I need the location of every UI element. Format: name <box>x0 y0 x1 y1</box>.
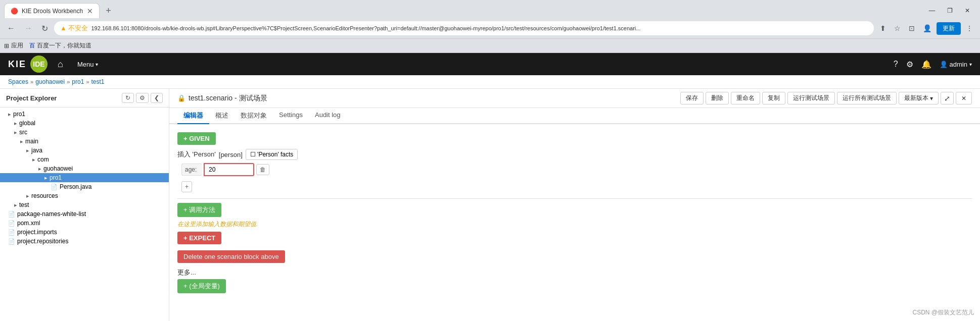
forward-button[interactable]: → <box>21 22 35 35</box>
breadcrumb: Spaces » guohaowei » pro1 » test1 <box>0 75 980 89</box>
tree-item-resources[interactable]: ▸ resources <box>0 191 169 200</box>
refresh-explorer-button[interactable]: ↻ <box>122 93 134 103</box>
breadcrumb-file[interactable]: test1 <box>91 78 105 85</box>
tree-item-pom[interactable]: 📄 pom.xml <box>0 219 169 228</box>
tree-item-pro1-sub[interactable]: ▸ pro1 <box>0 173 169 182</box>
add-data-hint: 在这里添加输入数据和期望值. <box>177 220 972 229</box>
breadcrumb-spaces[interactable]: Spaces <box>8 78 28 85</box>
menu-label: Menu <box>77 61 94 68</box>
delete-age-row-button[interactable]: 🗑 <box>256 164 269 175</box>
tree-item-guohaowei[interactable]: ▸ guohaowei <box>0 164 169 173</box>
file-title-text: test1.scenario - 测试场景 <box>189 94 267 103</box>
new-tab-button[interactable]: + <box>102 6 115 16</box>
editor-body: + GIVEN 插入 'Person' [person] ☐ 'Person' … <box>169 124 980 321</box>
collapse-sidebar-button[interactable]: ❮ <box>151 93 163 103</box>
age-field-label: age: <box>181 164 202 176</box>
tab-data-objects[interactable]: 数据对象 <box>235 108 273 124</box>
tree-item-global[interactable]: ▸ global <box>0 119 169 128</box>
delete-button[interactable]: 删除 <box>706 92 729 104</box>
tab-search-button[interactable]: ⊡ <box>906 22 918 35</box>
bookmark-baidu[interactable]: 百 百度一下，你就知道 <box>29 41 91 50</box>
delete-scenario-block-button[interactable]: Delete one scenario block above <box>177 250 285 263</box>
bookmarks-bar: ⊞ 应用 百 百度一下，你就知道 <box>0 38 980 52</box>
given-button[interactable]: + GIVEN <box>177 132 216 145</box>
tab-editor[interactable]: 编辑器 <box>177 108 209 124</box>
help-button[interactable]: ? <box>894 60 898 69</box>
divider-1 <box>177 198 972 199</box>
close-window-button[interactable]: ✕ <box>959 3 976 18</box>
settings-button[interactable]: ⚙ <box>906 60 913 69</box>
tree-item-person-java[interactable]: 📄 Person.java <box>0 182 169 191</box>
kie-logo: KIE IDE <box>8 56 48 73</box>
minimize-button[interactable]: — <box>923 3 941 18</box>
tab-audit-log[interactable]: Audit log <box>309 108 347 124</box>
address-input[interactable]: ▲ 不安全 192.168.86.101:8080/drools-wb/kie-… <box>54 21 874 35</box>
watermark: CSDN @假装文艺范儿 <box>912 308 974 317</box>
tree-item-main[interactable]: ▸ main <box>0 137 169 146</box>
latest-version-label: 最新版本 <box>904 94 928 102</box>
breadcrumb-project[interactable]: guohaowei <box>35 78 65 85</box>
tree-item-com[interactable]: ▸ com <box>0 155 169 164</box>
bookmark-baidu-label: 百度一下，你就知道 <box>37 41 91 50</box>
address-actions: ⬆ ☆ ⊡ 👤 更新 ⋮ <box>877 22 976 35</box>
breadcrumb-module[interactable]: pro1 <box>72 78 84 85</box>
home-button[interactable]: ⌂ <box>54 59 67 70</box>
tree-item-pro1[interactable]: ▸ pro1 <box>0 110 169 119</box>
tab-title: KIE Drools Workbench <box>22 8 83 15</box>
rename-button[interactable]: 重命名 <box>731 92 760 104</box>
tree-item-project-repos[interactable]: 📄 project.repositories <box>0 237 169 246</box>
editor-tabs: 编辑器 概述 数据对象 Settings Audit log <box>169 108 980 124</box>
profile-button[interactable]: 👤 <box>920 22 935 35</box>
tab-overview[interactable]: 概述 <box>209 108 235 124</box>
person-facts-button[interactable]: ☐ 'Person' facts <box>246 149 298 160</box>
address-url: 192.168.86.101:8080/drools-wb/kie-drools… <box>91 25 640 31</box>
bookmark-apps-label: 应用 <box>11 41 23 50</box>
reload-button[interactable]: ↻ <box>38 22 51 35</box>
nav-right: ? ⚙ 🔔 👤 admin ▾ <box>894 60 972 69</box>
save-button[interactable]: 保存 <box>680 92 704 104</box>
back-button[interactable]: ← <box>4 22 18 35</box>
more-link[interactable]: 更多... <box>177 268 972 277</box>
file-icon-package: 📄 <box>8 211 15 218</box>
insert-person-row: 插入 'Person' [person] ☐ 'Person' facts <box>177 149 972 160</box>
copy-button[interactable]: 复制 <box>762 92 785 104</box>
sidebar: Project Explorer ↻ ⚙ ❮ ▸ pro1 ▸ <box>0 89 169 321</box>
file-icon-imports: 📄 <box>8 229 15 236</box>
bookmark-button[interactable]: ☆ <box>891 22 904 35</box>
expand-button[interactable]: ⤢ <box>941 92 954 104</box>
sidebar-actions: ↻ ⚙ ❮ <box>122 93 163 103</box>
call-method-button[interactable]: + 调用方法 <box>177 203 221 217</box>
tree-item-src[interactable]: ▸ src <box>0 128 169 137</box>
folder-icon-java: ▸ <box>26 147 29 154</box>
close-editor-button[interactable]: ✕ <box>956 92 972 104</box>
top-navigation: KIE IDE ⌂ Menu ▾ ? ⚙ 🔔 👤 admin ▾ <box>0 53 980 75</box>
run-test-button[interactable]: 运行测试场景 <box>787 92 835 104</box>
add-field-button[interactable]: + <box>181 181 192 192</box>
share-button[interactable]: ⬆ <box>877 22 889 35</box>
expect-button[interactable]: + EXPECT <box>177 232 221 244</box>
explorer-settings-button[interactable]: ⚙ <box>136 93 149 103</box>
tree-item-project-imports[interactable]: 📄 project.imports <box>0 228 169 237</box>
update-button[interactable]: 更新 <box>937 22 961 35</box>
menu-button[interactable]: Menu ▾ <box>73 61 103 68</box>
restore-button[interactable]: ❐ <box>941 3 959 18</box>
latest-version-button[interactable]: 最新版本 ▾ <box>899 92 939 104</box>
active-tab: 🔴 KIE Drools Workbench ✕ <box>4 3 100 18</box>
tree-item-package-names[interactable]: 📄 package-names-white-list <box>0 209 169 219</box>
age-input[interactable] <box>204 163 254 176</box>
tab-close-btn[interactable]: ✕ <box>87 7 93 15</box>
tree-item-java[interactable]: ▸ java <box>0 146 169 155</box>
browser-chrome: 🔴 KIE Drools Workbench ✕ + — ❐ ✕ ← → ↻ ▲… <box>0 0 980 53</box>
tab-settings[interactable]: Settings <box>273 108 309 124</box>
notifications-button[interactable]: 🔔 <box>921 60 931 69</box>
tab-bar: 🔴 KIE Drools Workbench ✕ + — ❐ ✕ <box>0 0 980 18</box>
more-options-button[interactable]: ⋮ <box>963 22 976 35</box>
bookmark-apps[interactable]: ⊞ 应用 <box>4 41 23 50</box>
baidu-icon: 百 <box>29 42 35 49</box>
global-variable-button[interactable]: + (全局变量) <box>177 279 226 293</box>
tree-item-test[interactable]: ▸ test <box>0 200 169 209</box>
file-icon-pom: 📄 <box>8 220 15 227</box>
main-layout: Project Explorer ↻ ⚙ ❮ ▸ pro1 ▸ <box>0 89 980 321</box>
run-all-tests-button[interactable]: 运行所有测试场景 <box>837 92 897 104</box>
admin-button[interactable]: 👤 admin ▾ <box>940 61 972 68</box>
